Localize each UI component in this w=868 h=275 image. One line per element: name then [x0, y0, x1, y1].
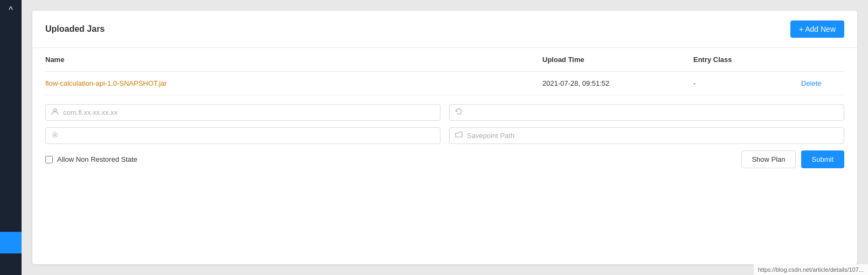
- sidebar-collapse-button[interactable]: ^: [0, 0, 22, 20]
- card-header: Uploaded Jars + Add New: [32, 11, 857, 48]
- status-url: https://blog.csdn.net/article/details/10…: [758, 266, 864, 273]
- form-actions-row: Allow Non Restored State Show Plan Submi…: [45, 150, 844, 168]
- job-form: 1 --markType "101": [32, 95, 857, 177]
- jars-table: Name Upload Time Entry Class flow-calcul…: [32, 48, 857, 95]
- upload-time-cell: 2021-07-28, 09:51:52: [542, 79, 693, 87]
- entry-class-icon: [51, 108, 59, 117]
- allow-non-restored-text: Allow Non Restored State: [57, 155, 137, 163]
- sidebar-active-item[interactable]: [0, 232, 22, 253]
- parallelism-input[interactable]: 1: [467, 108, 838, 116]
- uploaded-jars-card: Uploaded Jars + Add New Name Upload Time…: [32, 11, 857, 264]
- table-header: Name Upload Time Entry Class: [45, 48, 844, 72]
- page-title: Uploaded Jars: [45, 24, 105, 34]
- submit-button[interactable]: Submit: [801, 150, 844, 168]
- show-plan-button[interactable]: Show Plan: [741, 150, 795, 168]
- action-buttons: Show Plan Submit: [741, 150, 844, 168]
- sidebar: ^: [0, 0, 22, 275]
- entry-class-cell: -: [693, 79, 801, 87]
- col-name: Name: [45, 56, 542, 64]
- allow-non-restored-checkbox[interactable]: [45, 156, 53, 163]
- status-bar: https://blog.csdn.net/article/details/10…: [754, 264, 868, 275]
- col-upload-time: Upload Time: [542, 56, 693, 64]
- jar-file-link[interactable]: flow-calculation-api-1.0-SNAPSHOT.jar: [45, 79, 167, 87]
- program-args-icon: [51, 131, 59, 140]
- savepoint-path-input[interactable]: [467, 132, 838, 140]
- delete-link[interactable]: Delete: [801, 79, 822, 87]
- form-row-2: --markType "101": [45, 127, 844, 144]
- allow-non-restored-label[interactable]: Allow Non Restored State: [45, 155, 137, 163]
- savepoint-icon: [455, 131, 463, 140]
- svg-point-2: [54, 134, 56, 136]
- col-entry-class: Entry Class: [693, 56, 801, 64]
- add-new-button[interactable]: + Add New: [790, 20, 844, 38]
- collapse-icon: ^: [9, 5, 13, 15]
- main-content: Uploaded Jars + Add New Name Upload Time…: [22, 0, 868, 275]
- sidebar-bottom-item: [0, 253, 22, 275]
- svg-point-0: [54, 109, 57, 112]
- entry-class-input[interactable]: [63, 108, 435, 116]
- col-action: [801, 56, 844, 64]
- program-args-input[interactable]: --markType "101": [63, 132, 435, 140]
- parallelism-wrapper: 1: [449, 104, 844, 121]
- parallelism-icon: [455, 108, 463, 117]
- program-args-wrapper: --markType "101": [45, 127, 440, 144]
- savepoint-path-wrapper: [449, 127, 844, 144]
- entry-class-wrapper: [45, 104, 440, 121]
- form-row-1: 1: [45, 104, 844, 121]
- table-row: flow-calculation-api-1.0-SNAPSHOT.jar 20…: [45, 72, 844, 95]
- delete-action-cell: Delete: [801, 79, 844, 87]
- jar-name-cell: flow-calculation-api-1.0-SNAPSHOT.jar: [45, 79, 542, 87]
